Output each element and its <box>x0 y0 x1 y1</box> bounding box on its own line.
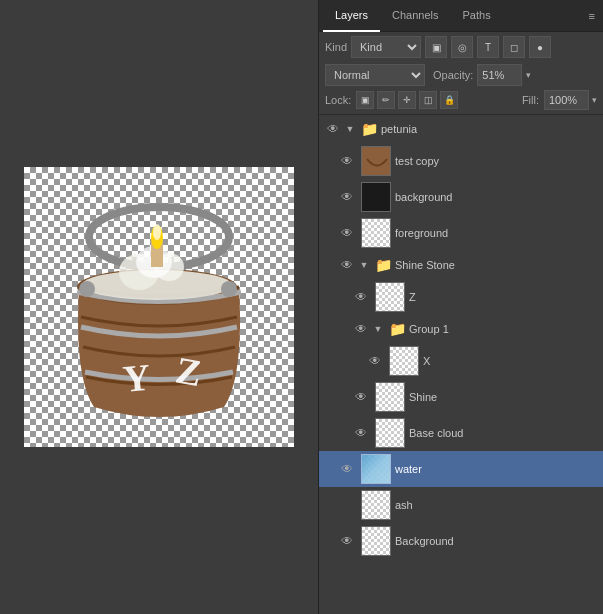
tab-paths[interactable]: Paths <box>451 0 503 32</box>
svg-text:Y: Y <box>121 356 152 400</box>
layer-thumb-background-layer <box>361 526 391 556</box>
expand-icon-petunia-group[interactable]: ▼ <box>343 122 357 136</box>
eye-icon-background-layer[interactable]: 👁 <box>337 531 357 551</box>
right-panel: Layers Channels Paths ≡ Kind Kind ▣ ◎ T … <box>318 0 603 614</box>
eye-icon-shine-stone-group[interactable]: 👁 <box>337 255 357 275</box>
layer-name-background-layer: Background <box>395 535 454 547</box>
filter-shape-icon[interactable]: ◻ <box>503 36 525 58</box>
lock-label: Lock: <box>325 94 351 106</box>
lock-artboard-icon[interactable]: ◫ <box>419 91 437 109</box>
expand-icon-shine-stone-group[interactable]: ▼ <box>357 258 371 272</box>
eye-icon-ash-layer[interactable] <box>337 495 357 515</box>
folder-icon-shine-stone-group: 📁 <box>373 255 393 275</box>
opacity-arrow-icon[interactable]: ▾ <box>526 70 531 80</box>
layer-name-shine-layer: Shine <box>409 391 437 403</box>
opacity-input[interactable] <box>477 64 522 86</box>
lock-image-icon[interactable]: ✏ <box>377 91 395 109</box>
layer-item-water-layer[interactable]: 👁water <box>319 451 603 487</box>
fill-label: Fill: <box>522 94 539 106</box>
blend-row: Normal Opacity: ▾ <box>319 62 603 88</box>
tab-bar: Layers Channels Paths ≡ <box>319 0 603 32</box>
blend-mode-select[interactable]: Normal <box>325 64 425 86</box>
layer-item-base-cloud[interactable]: 👁Base cloud <box>319 415 603 451</box>
expand-icon-group-1[interactable]: ▼ <box>371 322 385 336</box>
layer-thumb-foreground <box>361 218 391 248</box>
filter-type-icon[interactable]: T <box>477 36 499 58</box>
folder-icon-group-1: 📁 <box>387 319 407 339</box>
bucket-image: Y Z <box>24 167 294 447</box>
filter-smart-icon[interactable]: ● <box>529 36 551 58</box>
layer-thumb-test-copy <box>361 146 391 176</box>
layer-name-base-cloud: Base cloud <box>409 427 463 439</box>
eye-icon-water-layer[interactable]: 👁 <box>337 459 357 479</box>
layer-thumb-x-layer <box>389 346 419 376</box>
layer-thumb-base-cloud <box>375 418 405 448</box>
layer-thumb-ash-layer <box>361 490 391 520</box>
layer-thumb-shine-layer <box>375 382 405 412</box>
lock-row: Lock: ▣ ✏ ✛ ◫ 🔒 Fill: ▾ <box>319 88 603 115</box>
eye-icon-shine-layer[interactable]: 👁 <box>351 387 371 407</box>
tab-layers-label: Layers <box>335 9 368 21</box>
layer-item-z-layer[interactable]: 👁Z <box>319 279 603 315</box>
eye-icon-foreground[interactable]: 👁 <box>337 223 357 243</box>
lock-pixels-icon[interactable]: ▣ <box>356 91 374 109</box>
layer-item-shine-layer[interactable]: 👁Shine <box>319 379 603 415</box>
kind-row: Kind Kind ▣ ◎ T ◻ ● <box>319 32 603 62</box>
layer-name-ash-layer: ash <box>395 499 413 511</box>
layer-thumb-background <box>361 182 391 212</box>
layer-thumb-z-layer <box>375 282 405 312</box>
eye-icon-petunia-group[interactable]: 👁 <box>323 119 343 139</box>
eye-icon-background[interactable]: 👁 <box>337 187 357 207</box>
fill-arrow-icon[interactable]: ▾ <box>592 95 597 105</box>
layer-name-foreground: foreground <box>395 227 448 239</box>
layer-name-x-layer: X <box>423 355 430 367</box>
layer-group-petunia-group[interactable]: 👁▼📁petunia <box>319 115 603 143</box>
layer-item-foreground[interactable]: 👁foreground <box>319 215 603 251</box>
tab-channels-label: Channels <box>392 9 438 21</box>
layer-name-z-layer: Z <box>409 291 416 303</box>
opacity-label: Opacity: <box>433 69 473 81</box>
layer-name-petunia-group: petunia <box>381 123 417 135</box>
layer-name-shine-stone-group: Shine Stone <box>395 259 455 271</box>
layer-group-group-1[interactable]: 👁▼📁Group 1 <box>319 315 603 343</box>
layers-list[interactable]: 👁▼📁petunia👁test copy👁background👁foregrou… <box>319 115 603 614</box>
kind-label: Kind <box>325 41 347 53</box>
svg-point-11 <box>79 281 95 297</box>
lock-position-icon[interactable]: ✛ <box>398 91 416 109</box>
tab-paths-label: Paths <box>463 9 491 21</box>
tab-channels[interactable]: Channels <box>380 0 450 32</box>
canvas-area: Y Z <box>0 0 318 614</box>
eye-icon-x-layer[interactable]: 👁 <box>365 351 385 371</box>
kind-select[interactable]: Kind <box>351 36 421 58</box>
panel-menu-icon[interactable]: ≡ <box>585 10 599 22</box>
layer-item-test-copy[interactable]: 👁test copy <box>319 143 603 179</box>
canvas-wrapper: Y Z <box>24 167 294 447</box>
svg-point-8 <box>153 224 161 240</box>
layer-name-water-layer: water <box>395 463 422 475</box>
layer-group-shine-stone-group[interactable]: 👁▼📁Shine Stone <box>319 251 603 279</box>
layer-name-group-1: Group 1 <box>409 323 449 335</box>
folder-icon-petunia-group: 📁 <box>359 119 379 139</box>
lock-all-icon[interactable]: 🔒 <box>440 91 458 109</box>
layer-item-background-layer[interactable]: 👁Background <box>319 523 603 559</box>
filter-adjust-icon[interactable]: ◎ <box>451 36 473 58</box>
layer-item-x-layer[interactable]: 👁X <box>319 343 603 379</box>
layer-thumb-water-layer <box>361 454 391 484</box>
layer-name-background: background <box>395 191 453 203</box>
tab-layers[interactable]: Layers <box>323 0 380 32</box>
eye-icon-test-copy[interactable]: 👁 <box>337 151 357 171</box>
fill-input[interactable] <box>544 90 589 110</box>
eye-icon-base-cloud[interactable]: 👁 <box>351 423 371 443</box>
svg-rect-13 <box>362 147 391 176</box>
eye-icon-group-1[interactable]: 👁 <box>351 319 371 339</box>
eye-icon-z-layer[interactable]: 👁 <box>351 287 371 307</box>
svg-point-12 <box>221 281 237 297</box>
layer-item-ash-layer[interactable]: ash <box>319 487 603 523</box>
bucket-svg: Y Z <box>39 177 279 437</box>
filter-pixel-icon[interactable]: ▣ <box>425 36 447 58</box>
layer-item-background[interactable]: 👁background <box>319 179 603 215</box>
layer-name-test-copy: test copy <box>395 155 439 167</box>
